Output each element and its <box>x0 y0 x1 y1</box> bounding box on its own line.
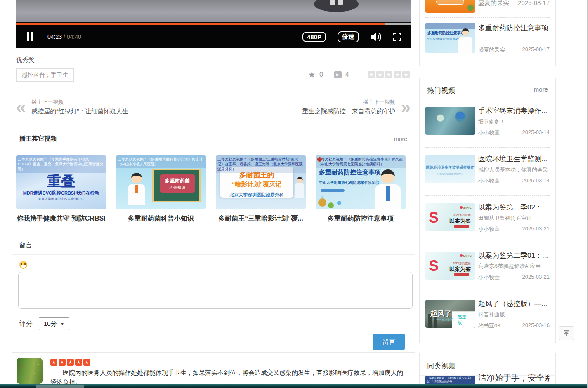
germ-graphic <box>318 198 326 207</box>
other-video-item[interactable]: 三等奖获奖视频：《多耐菌王“三重暗影计划”覆灭记》赵正平、程香娟、谢王为等（北京… <box>216 155 306 223</box>
star-icon: ★ <box>59 359 66 366</box>
video-date: 2025-08-17 <box>522 46 550 52</box>
video-title[interactable]: 起风了（感控版）—... <box>478 299 550 308</box>
cartoon-doctor-graphic <box>128 173 146 205</box>
quality-button[interactable]: 480P <box>302 32 326 42</box>
hot-videos-card: 热门视频 more 手术室终末消毒操作... 细节多多！ 小小牧童 2025-0… <box>419 78 556 343</box>
video-author[interactable]: 小小牧童 <box>478 226 500 233</box>
other-videos-more-link[interactable]: more <box>394 136 407 142</box>
thumbnail-overlay-text: 三等奖获奖视频：《你我携手健康共守-预防CRBSI》孟鑫、重叠（复旦大学附属中山… <box>16 155 106 173</box>
rating-star-icon[interactable]: ★ <box>385 71 392 78</box>
video-thumbnail[interactable]: 医院环境卫生学监测采样操作 上海市疾病预防控制中心 <box>425 155 475 183</box>
rating-star-icon[interactable]: ★ <box>368 71 375 78</box>
other-video-item[interactable]: 二等奖获奖视频：《多重耐药防控注意事项》孙久霞（中山大学附属第七医院感染性疾病科… <box>316 155 406 223</box>
video-title[interactable]: 洁净始于手，安全系 <box>478 372 550 383</box>
pause-button[interactable] <box>27 32 34 41</box>
video-thumbnail[interactable]: 起风了 感控版 CRBSI感控版合唱 <box>425 300 475 328</box>
divider <box>425 195 550 196</box>
video-title[interactable]: 医院环境卫生学监测... <box>478 154 550 164</box>
commenter-avatar[interactable] <box>17 358 43 384</box>
video-thumbnail[interactable]: 三等奖获奖视频：《你我携手健康共守-预防CRBSI》孟鑫、重叠（复旦大学附属中山… <box>16 155 106 209</box>
comment-input[interactable] <box>18 272 413 309</box>
hot-videos-more-link[interactable]: more <box>534 86 548 100</box>
video-thumbnail[interactable]: S SIFIC 2025系列直播 以案为鉴 <box>425 252 475 280</box>
video-date: 2025-03-14 <box>522 177 550 183</box>
video-title[interactable]: 多重耐药防控注意事项 <box>478 23 550 33</box>
video-frame <box>16 0 411 23</box>
thumbnail-text: 2025系列直播 <box>453 213 471 217</box>
video-author[interactable]: 小小牧童 <box>478 129 500 136</box>
video-player[interactable]: 04:23 / 04:40 480P 倍速 <box>16 0 411 48</box>
favorite-star-icon[interactable]: ★ <box>308 70 316 80</box>
rating-star-icon[interactable]: ★ <box>376 71 384 78</box>
thumbnail-overlay-text: 三等奖获奖视频：《多耐菌王“三重暗影计划”覆灭记》赵正平、程香娟、谢王为等（北京… <box>216 155 306 173</box>
decorative-bar <box>321 189 345 192</box>
cartoon-doctor-graphic <box>294 177 305 202</box>
star-icon: ★ <box>75 359 82 366</box>
thumbnail-text: 北京大学深圳医院泌尿外科 <box>220 192 293 198</box>
sific-logo: SIFIC <box>460 254 472 258</box>
rating-star-icon[interactable]: ★ <box>394 71 401 78</box>
blackboard-graphic: 多重耐药菌 科普知识 <box>152 169 201 202</box>
video-author[interactable]: 约书亚03 <box>478 322 500 329</box>
video-author[interactable]: 小小牧童 <box>478 177 500 185</box>
next-video-link[interactable]: 播主下一视频 重生之院感防控，来自霸总的守护 » <box>302 99 411 115</box>
back-to-top-button[interactable] <box>559 326 574 340</box>
taskbar-item <box>36 385 84 388</box>
duration: 04:40 <box>67 33 81 40</box>
video-title[interactable]: 你我携手健康共守-预防CRBSI <box>16 214 106 223</box>
thumbnail-overlay-text: 三等奖获奖视频：《多重耐药菌科普小知识》何志才（中山市小榄人民医院） <box>116 155 206 168</box>
video-thumbnail[interactable] <box>425 0 475 13</box>
thumbnail-text: 中山大学附属第七医院 感染性疾病科 <box>319 180 380 186</box>
star-icon: ★ <box>67 359 74 366</box>
video-thumbnail[interactable]: 二等奖获奖视频：《多重耐药防控注意事项》孙久霞（中山大学附属第七医院感染性疾病科… <box>316 155 406 209</box>
prev-video-link[interactable]: « 播主上一视频 感控届的“红绿灯”：让细菌怀疑人生 <box>16 99 128 115</box>
thumbnail-text: 感控版 <box>452 311 475 328</box>
fullscreen-icon[interactable] <box>393 33 401 41</box>
rating-select[interactable]: 10分 ▼ <box>39 317 69 330</box>
video-author[interactable]: 小小牧童 <box>478 274 500 281</box>
prev-video-title: 感控届的“红绿灯”：让细菌怀疑人生 <box>31 108 128 115</box>
arrow-up-icon <box>563 330 570 337</box>
video-title[interactable]: 以案为鉴第二季01：... <box>478 251 550 260</box>
video-date: 2025-03-14 <box>522 129 550 135</box>
video-title[interactable]: 以案为鉴第二季02：... <box>478 202 550 212</box>
video-author[interactable]: 盛夏的果实 <box>478 0 509 7</box>
emoji-picker-icon[interactable] <box>19 261 27 269</box>
volume-icon[interactable] <box>371 32 382 42</box>
thumbnail-overlay-text <box>425 23 475 29</box>
next-chevron-icon: » <box>401 100 411 115</box>
rating-select-value: 10分 <box>44 320 57 328</box>
thumbnail-text: 多重耐药防控注意事项 <box>427 31 465 36</box>
chevron-down-icon: ▼ <box>61 322 64 326</box>
rating-stars: ★ ★ ★ ★ ★ <box>366 71 410 78</box>
speed-button[interactable]: 倍速 <box>338 31 359 42</box>
video-thumbnail[interactable]: 三等奖获奖视频：《多耐菌王“三重暗影计划”覆灭记》赵正平、程香娟、谢王为等（北京… <box>216 155 306 209</box>
video-controls-bar: 04:23 / 04:40 480P 倍速 <box>16 25 411 48</box>
prev-chevron-icon: « <box>16 100 26 115</box>
other-video-item[interactable]: 三等奖获奖视频：《你我携手健康共守-预防CRBSI》孟鑫、重叠（复旦大学附属中山… <box>16 155 106 223</box>
video-tag[interactable]: 感控科普；手卫生 <box>16 68 74 82</box>
video-subtitle: 感控人员基本功，你真的会采 <box>478 166 550 174</box>
submit-comment-button[interactable]: 留言 <box>373 334 405 350</box>
divider <box>425 17 550 18</box>
video-thumbnail[interactable]: 多重耐药防控注意事项 中山大学附属第七医院 感染性疾病科 <box>425 23 475 53</box>
video-title[interactable]: 多重耐药防控注意事项 <box>316 214 406 223</box>
rating-star-icon[interactable]: ★ <box>402 71 410 78</box>
video-thumbnail[interactable]: 三等奖获奖视频：《多重耐药菌科普小知识》何志才（中山市小榄人民医院） 多重耐药菌… <box>116 155 206 209</box>
other-video-item[interactable]: 三等奖获奖视频：《多重耐药菌科普小知识》何志才（中山市小榄人民医院） 多重耐药菌… <box>116 155 206 223</box>
video-subtitle: 田靓从卫监视角看审证 <box>478 214 550 222</box>
video-thumbnail[interactable]: S SIFIC 2025系列直播 以案为鉴 <box>425 203 475 231</box>
video-title[interactable]: 手术室终末消毒操作... <box>478 106 550 115</box>
video-date: 2025-08-17 <box>518 0 550 6</box>
video-title[interactable]: 多耐菌王“三重暗影计划”覆... <box>216 214 306 223</box>
video-title[interactable]: 多重耐药菌科普小知识 <box>116 214 206 223</box>
video-subtitle: 抖音神曲版 <box>478 311 550 318</box>
video-thumbnail[interactable] <box>425 107 475 135</box>
thumbnail-overlay-text: 二等奖获奖视频：《多重耐药防控注意事项》孙久霞（中山大学附属第七医院感染性疾病科… <box>316 155 406 168</box>
video-author[interactable]: 盛夏的果实 <box>478 46 505 54</box>
rating-label: 评分 <box>19 320 33 328</box>
thumbnail-text: 复旦大学附属中山医院青浦分院 <box>16 197 106 201</box>
cartoon-doctor-graphic <box>373 168 403 209</box>
thumbnail-text: 以案为鉴 <box>449 217 471 225</box>
